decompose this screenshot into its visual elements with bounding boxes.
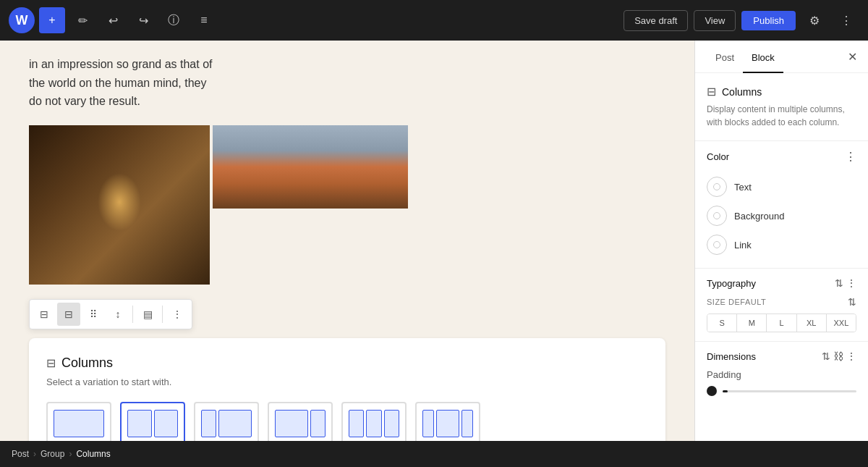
col-slab-6633-b	[310, 410, 326, 437]
color-link-swatch	[713, 241, 720, 248]
block-info-icon: ⊟	[707, 85, 716, 98]
col-slab-333333-a	[349, 410, 364, 437]
col-slab-333333-b	[366, 410, 381, 437]
columns-picker-subtitle: Select a variation to start with.	[46, 376, 648, 387]
block-toolbar: ⊟ ⊟ ⠿ ↕ ▤ ⋮	[29, 299, 192, 329]
col-slab-333333-c	[384, 410, 399, 437]
toolbar-layout-button[interactable]: ⊟	[57, 303, 80, 326]
color-link-label: Link	[734, 240, 752, 251]
col-box-5050[interactable]	[120, 402, 185, 441]
typo-header: Typography ⇅ ⋮	[707, 277, 856, 289]
forest-image[interactable]	[29, 125, 210, 285]
col-option-333333[interactable]: 33 / 33 / 33	[341, 402, 407, 441]
col-box-100[interactable]	[46, 402, 111, 441]
editor-area[interactable]: in an impression so grand as that of the…	[0, 41, 694, 441]
color-bg-label: Background	[734, 211, 784, 222]
settings-button[interactable]: ⚙	[801, 7, 827, 33]
editor-text-block[interactable]: in an impression so grand as that of the…	[29, 55, 217, 111]
landscape-image[interactable]	[213, 125, 408, 209]
dim-more-button[interactable]: ⋮	[846, 350, 856, 362]
size-default-row: SIZE DEFAULT ⇅	[707, 296, 856, 308]
panel-tabs: Post Block ✕	[695, 41, 868, 73]
tab-post[interactable]: Post	[707, 41, 743, 73]
size-s-button[interactable]: S	[707, 314, 737, 332]
size-buttons: S M L XL XXL	[707, 314, 856, 332]
breadcrumb-current: Columns	[76, 449, 110, 459]
dim-settings-button[interactable]: ⇅	[822, 350, 830, 362]
columns-options: 100 50 / 50	[46, 402, 648, 441]
col-slab-255025-c	[461, 410, 473, 437]
color-background-option[interactable]: Background	[707, 201, 856, 230]
dim-controls: ⇅ ⛓ ⋮	[822, 350, 856, 362]
list-view-button[interactable]: ≡	[191, 7, 217, 33]
dim-link-button[interactable]: ⛓	[833, 350, 843, 362]
dim-header: Dimensions ⇅ ⛓ ⋮	[707, 350, 856, 362]
color-bg-swatch	[713, 212, 720, 219]
padding-label: Padding	[707, 369, 741, 380]
color-text-label: Text	[734, 182, 752, 193]
col-box-6633[interactable]	[268, 402, 333, 441]
wp-logo[interactable]: W	[9, 7, 35, 33]
block-info-title: Columns	[722, 86, 762, 98]
size-l-button[interactable]: L	[767, 314, 796, 332]
block-info-desc: Display content in multiple columns, wit…	[707, 103, 856, 129]
dimensions-section: Dimensions ⇅ ⛓ ⋮ Padding	[695, 342, 868, 405]
slider-thumb[interactable]	[707, 386, 717, 396]
topbar-left: W + ✏ ↩ ↪ ⓘ ≡	[9, 7, 217, 33]
col-option-3366[interactable]: 33 / 66	[194, 402, 259, 441]
breadcrumb-post[interactable]: Post	[12, 449, 29, 459]
typography-section: Typography ⇅ ⋮ SIZE DEFAULT ⇅ S M L XL X…	[695, 269, 868, 342]
col-option-5050[interactable]: 50 / 50	[120, 402, 185, 441]
columns-picker-header: ⊟ Columns	[46, 355, 648, 371]
save-draft-button[interactable]: Save draft	[624, 10, 688, 31]
col-box-333333[interactable]	[341, 402, 407, 441]
breadcrumb-sep-1: ›	[33, 449, 36, 459]
slider-fill	[723, 390, 728, 392]
view-button[interactable]: View	[694, 10, 736, 31]
size-controls-icon[interactable]: ⇅	[848, 296, 856, 308]
color-section: Color ⋮ Text Background Link	[695, 141, 868, 269]
size-m-button[interactable]: M	[737, 314, 767, 332]
add-block-button[interactable]: +	[39, 7, 65, 33]
col-slab-3366-b	[218, 410, 252, 437]
breadcrumb-bar: Post › Group › Columns	[0, 441, 868, 467]
color-more-button[interactable]: ⋮	[845, 150, 856, 164]
publish-button[interactable]: Publish	[741, 11, 796, 30]
typo-controls: ⇅ ⋮	[835, 277, 856, 289]
toolbar-drag-button[interactable]: ⠿	[82, 303, 105, 326]
color-section-title: Color	[707, 151, 729, 162]
toolbar-move-button[interactable]: ↕	[106, 303, 129, 326]
color-link-option[interactable]: Link	[707, 230, 856, 259]
toolbar-more-button[interactable]: ⋮	[166, 303, 189, 326]
col-option-100[interactable]: 100	[46, 402, 111, 441]
size-xxl-button[interactable]: XXL	[827, 314, 856, 332]
toolbar-columns-icon[interactable]: ⊟	[33, 303, 56, 326]
breadcrumb-sep-2: ›	[69, 449, 72, 459]
info-button[interactable]: ⓘ	[161, 7, 187, 33]
images-row	[29, 125, 665, 285]
col-slab-255025-a	[422, 410, 434, 437]
undo-button[interactable]: ↩	[100, 7, 126, 33]
color-bg-circle	[707, 206, 727, 226]
toolbar-align-button[interactable]: ▤	[136, 303, 159, 326]
redo-button[interactable]: ↪	[130, 7, 156, 33]
col-box-255025[interactable]	[415, 402, 480, 441]
col-slab-6633-a	[275, 410, 308, 437]
edit-mode-button[interactable]: ✏	[69, 7, 95, 33]
size-xl-button[interactable]: XL	[797, 314, 827, 332]
col-slab-255025-b	[436, 410, 460, 437]
tab-block[interactable]: Block	[743, 41, 783, 73]
col-option-255025[interactable]: 25 / 50 / 25	[415, 402, 480, 441]
col-slab-5050-b	[154, 410, 179, 437]
breadcrumb-group[interactable]: Group	[41, 449, 64, 459]
main-layout: in an impression so grand as that of the…	[0, 41, 868, 441]
typo-settings-button[interactable]: ⇅	[835, 277, 843, 289]
more-options-button[interactable]: ⋮	[833, 7, 859, 33]
topbar: W + ✏ ↩ ↪ ⓘ ≡ Save draft View Publish ⚙ …	[0, 0, 868, 41]
col-box-3366[interactable]	[194, 402, 259, 441]
typo-more-button[interactable]: ⋮	[846, 277, 856, 289]
color-text-option[interactable]: Text	[707, 172, 856, 201]
col-option-6633[interactable]: 66 / 33	[268, 402, 333, 441]
slider-track[interactable]	[723, 390, 856, 392]
panel-close-button[interactable]: ✕	[842, 46, 862, 67]
